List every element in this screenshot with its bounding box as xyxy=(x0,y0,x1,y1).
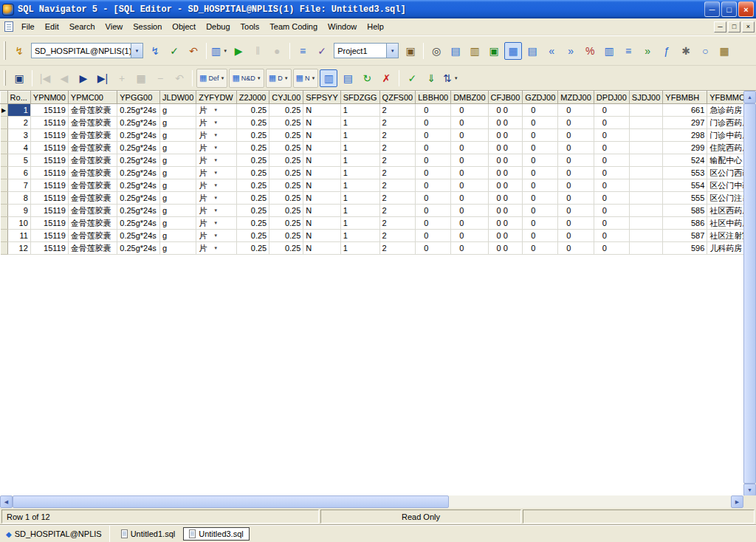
grid-cell[interactable]: 0 0 xyxy=(488,117,523,129)
grid-cell[interactable]: 0.25 xyxy=(269,142,303,154)
grid-cell[interactable]: 0 xyxy=(523,242,558,255)
row-indicator[interactable] xyxy=(1,242,8,255)
menu-edit[interactable]: Edit xyxy=(40,20,64,33)
grid-cell[interactable]: 1 xyxy=(340,205,379,217)
grid-cell[interactable] xyxy=(629,205,663,217)
export-data-icon[interactable]: » xyxy=(562,42,580,60)
grid-cell[interactable] xyxy=(629,104,663,117)
grid-cell[interactable]: N xyxy=(303,104,340,117)
grid-cell[interactable]: 0 xyxy=(416,104,451,117)
cell-dropdown-icon[interactable]: ▼ xyxy=(213,171,218,175)
column-header-yfbmbh[interactable]: YFBMBH xyxy=(663,92,707,104)
column-header-sfdzgg[interactable]: SFDZGG xyxy=(340,92,379,104)
grid-cell[interactable]: 1 xyxy=(340,129,379,142)
grid-cell[interactable]: 0.25g*24s xyxy=(117,129,160,142)
vertical-scroll-thumb[interactable] xyxy=(743,103,756,484)
grid-cell[interactable]: 2 xyxy=(379,104,416,117)
mdi-restore-button[interactable]: □ xyxy=(728,21,740,32)
grid-cell[interactable]: 0.25 xyxy=(269,217,303,230)
grid-cell[interactable]: 2 xyxy=(379,179,416,192)
grid-cell[interactable]: 0 xyxy=(416,192,451,205)
grid-cell[interactable]: 0 xyxy=(451,154,488,167)
grid-cell[interactable]: N xyxy=(303,117,340,129)
grid-cell[interactable]: 554 xyxy=(663,179,707,192)
grid-cell[interactable]: 15119 xyxy=(30,179,68,192)
grid-cell[interactable]: 金骨莲胶囊 xyxy=(68,117,117,129)
grid-cell[interactable]: 0 xyxy=(451,117,488,129)
grid-cell[interactable]: 0 xyxy=(451,104,488,117)
preferences-icon[interactable]: ✱ xyxy=(677,42,695,60)
grid-cell[interactable]: 1 xyxy=(340,179,379,192)
describe-object-icon[interactable]: ▤ xyxy=(447,42,464,60)
grid-cell[interactable]: 0 0 xyxy=(488,217,523,230)
mdi-minimize-button[interactable]: ─ xyxy=(714,21,726,32)
grid-cell[interactable]: 0 xyxy=(416,242,451,255)
project-manager-icon[interactable]: ▣ xyxy=(402,42,419,60)
grid-cell[interactable]: 0 xyxy=(451,142,488,154)
output-grid-icon[interactable]: ▦ xyxy=(504,42,522,60)
grid-cell[interactable]: 金骨莲胶囊 xyxy=(68,154,117,167)
grid-cell[interactable]: 0.25 xyxy=(236,179,269,192)
grid-cell[interactable] xyxy=(629,217,663,230)
grid-cell[interactable]: 0 xyxy=(416,205,451,217)
column-header-dmbz00[interactable]: DMBZ00 xyxy=(451,92,488,104)
mdi-close-button[interactable]: × xyxy=(742,21,755,32)
cell-dropdown-icon[interactable]: ▼ xyxy=(213,108,218,112)
grid-cell[interactable] xyxy=(629,167,663,179)
grid-cell[interactable]: 0 xyxy=(594,242,629,255)
grid-cell[interactable] xyxy=(629,192,663,205)
grid-cell[interactable]: 0 xyxy=(558,104,594,117)
column-header-dpdj00[interactable]: DPDJ00 xyxy=(594,92,629,104)
cell-dropdown-icon[interactable]: ▼ xyxy=(213,145,218,150)
editor-window-icon[interactable] xyxy=(4,21,13,32)
grid-cell[interactable]: 0.25 xyxy=(269,129,303,142)
row-number-cell[interactable]: 10 xyxy=(7,217,30,230)
grid-cell[interactable]: 0 xyxy=(558,142,594,154)
grid-cell[interactable]: 金骨莲胶囊 xyxy=(68,217,117,230)
row-number-cell[interactable]: 5 xyxy=(7,154,30,167)
connect-icon[interactable]: ↯ xyxy=(146,42,164,60)
grid-cell[interactable]: 0 xyxy=(523,179,558,192)
new-session-icon[interactable]: ↯ xyxy=(10,42,28,60)
grid-cell[interactable]: 0 0 xyxy=(488,154,523,167)
grid-cell[interactable]: 0 xyxy=(594,179,629,192)
close-button[interactable]: × xyxy=(738,1,754,17)
grid-cell[interactable]: 0.25 xyxy=(269,205,303,217)
grid-cell[interactable]: 0 xyxy=(451,192,488,205)
sort-options-icon[interactable]: ⇅▼ xyxy=(441,69,459,87)
column-header-cfjb00[interactable]: CFJB00 xyxy=(488,92,523,104)
task-tab-untitled3-sql[interactable]: Untitled3.sql xyxy=(183,527,250,541)
vertical-scrollbar[interactable]: ▲ ▼ xyxy=(743,91,756,496)
grid-cell[interactable]: g xyxy=(160,179,196,192)
filter-rows-icon[interactable]: % xyxy=(581,42,599,60)
grid-cell[interactable]: 15119 xyxy=(30,242,68,255)
save-grid-icon[interactable]: ▣ xyxy=(10,69,28,87)
grid-cell[interactable]: 15119 xyxy=(30,217,68,230)
cell-dropdown-icon[interactable]: ▼ xyxy=(213,221,218,225)
menu-view[interactable]: View xyxy=(100,20,128,33)
cell-dropdown-icon[interactable]: ▼ xyxy=(213,133,218,137)
grid-cell[interactable]: 金骨莲胶囊 xyxy=(68,230,117,242)
grid-cell[interactable]: 2 xyxy=(379,117,416,129)
grid-cell[interactable]: 0.25 xyxy=(236,242,269,255)
grid-cell[interactable]: 片▼ xyxy=(196,104,236,117)
grid-cell[interactable]: 片▼ xyxy=(196,230,236,242)
function-wizard-icon[interactable]: ƒ xyxy=(658,42,676,60)
record-view-icon[interactable]: ▤ xyxy=(339,69,357,87)
grid-cell[interactable]: 1 xyxy=(340,154,379,167)
grid-cell[interactable]: 1 xyxy=(340,142,379,154)
grid-cell[interactable]: 金骨莲胶囊 xyxy=(68,205,117,217)
grid-cell[interactable]: 0 xyxy=(416,129,451,142)
grid-cell[interactable]: 0 xyxy=(416,230,451,242)
column-header-gzdj00[interactable]: GZDJ00 xyxy=(523,92,558,104)
grid-cell[interactable]: 0.25g*24s xyxy=(117,242,160,255)
scroll-right-button[interactable]: ▶ xyxy=(731,495,743,508)
grid-cell[interactable]: 0 0 xyxy=(488,104,523,117)
grid-cell[interactable]: 0 xyxy=(416,217,451,230)
grid-cell[interactable]: 金骨莲胶囊 xyxy=(68,142,117,154)
grid-cell[interactable]: 0.25 xyxy=(269,117,303,129)
session-monitor-icon[interactable]: ○ xyxy=(696,42,714,60)
fetch-descriptions-button[interactable]: ▦D▼ xyxy=(266,69,292,88)
grid-cell[interactable]: 0.25 xyxy=(236,230,269,242)
grid-cell[interactable]: N xyxy=(303,129,340,142)
